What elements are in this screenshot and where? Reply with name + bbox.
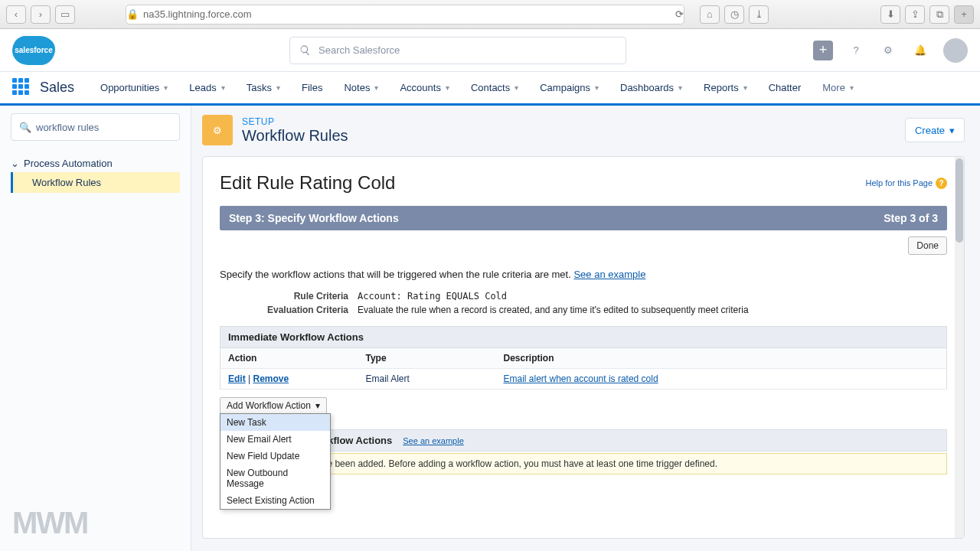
url-text: na35.lightning.force.com <box>143 8 252 20</box>
page-title: Edit Rule Rating Cold <box>220 172 395 194</box>
nav-reports[interactable]: Reports▾ <box>693 71 758 105</box>
rule-criteria-label: Rule Criteria <box>220 291 358 302</box>
nav-chatter[interactable]: Chatter <box>758 71 812 105</box>
edit-link[interactable]: Edit <box>228 373 246 384</box>
share-icon[interactable]: ⇪ <box>905 5 925 24</box>
lock-icon: 🔒 <box>126 8 139 20</box>
gear-icon[interactable]: ⚙ <box>879 41 897 60</box>
nav-tasks[interactable]: Tasks▾ <box>236 71 291 105</box>
address-bar[interactable]: 🔒 na35.lightning.force.com ⟳ <box>126 5 684 24</box>
actions-table: Action Type Description Edit | Remove Em… <box>220 348 947 390</box>
done-button[interactable]: Done <box>908 236 947 255</box>
app-name: Sales <box>40 80 74 96</box>
step-count: Step 3 of 3 <box>884 212 938 224</box>
new-tab-button[interactable]: + <box>954 5 974 24</box>
menu-select-existing-action[interactable]: Select Existing Action <box>220 492 330 509</box>
chevron-down-icon: ▾ <box>949 125 955 136</box>
menu-new-email-alert[interactable]: New Email Alert <box>220 431 330 448</box>
app-launcher-icon[interactable] <box>12 78 32 98</box>
chevron-down-icon: ▾ <box>514 83 518 92</box>
nav-opportunities[interactable]: Opportunities▾ <box>90 71 178 105</box>
watermark: MWM <box>12 506 87 540</box>
dropdown-menu: New Task New Email Alert New Field Updat… <box>220 413 331 510</box>
step-title: Step 3: Specify Workflow Actions <box>229 212 399 224</box>
nav-dashboards[interactable]: Dashboards▾ <box>609 71 693 105</box>
global-add-button[interactable]: + <box>813 41 833 60</box>
step-bar: Step 3: Specify Workflow Actions Step 3 … <box>220 206 947 230</box>
back-button[interactable]: ‹ <box>6 5 26 24</box>
avatar[interactable] <box>943 38 968 63</box>
remove-link[interactable]: Remove <box>253 373 289 384</box>
see-example-link-2[interactable]: See an example <box>403 436 464 445</box>
col-action: Action <box>220 348 358 369</box>
create-button[interactable]: Create ▾ <box>905 118 965 142</box>
history-icon[interactable]: ◷ <box>724 5 744 24</box>
tree-parent-process-automation[interactable]: ⌄ Process Automation <box>11 155 180 172</box>
evaluation-criteria-label: Evaluation Criteria <box>220 305 358 315</box>
chevron-down-icon: ▾ <box>221 83 225 92</box>
nav-files[interactable]: Files <box>291 71 333 105</box>
chevron-down-icon: ▾ <box>678 83 682 92</box>
browser-toolbar: ‹ › ▭ 🔒 na35.lightning.force.com ⟳ ⌂ ◷ ⤓… <box>0 0 980 29</box>
salesforce-logo: salesforce <box>12 36 55 65</box>
quick-find-value: workflow rules <box>36 122 99 133</box>
notifications-icon[interactable]: 🔔 <box>911 41 929 60</box>
row-description-link[interactable]: Email alert when account is rated cold <box>504 373 658 384</box>
nav-campaigns[interactable]: Campaigns▾ <box>529 71 609 105</box>
setup-title: Workflow Rules <box>242 127 348 145</box>
col-description: Description <box>496 348 947 369</box>
row-type: Email Alert <box>358 369 496 390</box>
downloads-tray-icon[interactable]: ⤓ <box>749 5 769 24</box>
quick-find-input[interactable]: 🔍 workflow rules <box>11 113 180 141</box>
search-icon <box>299 44 311 56</box>
app-nav: Sales Opportunities▾ Leads▾ Tasks▾ Files… <box>0 72 980 106</box>
content-panel: Edit Rule Rating Cold Help for this Page… <box>202 156 965 539</box>
nav-leads[interactable]: Leads▾ <box>178 71 235 105</box>
chevron-down-icon: ⌄ <box>11 158 19 169</box>
global-search[interactable]: Search Salesforce <box>289 37 626 64</box>
rule-criteria-value: Account: Rating EQUALS Cold <box>358 291 507 302</box>
reload-icon[interactable]: ⟳ <box>675 8 684 20</box>
tree-item-workflow-rules[interactable]: Workflow Rules <box>11 172 180 193</box>
setup-eyebrow: SETUP <box>242 116 348 127</box>
menu-new-field-update[interactable]: New Field Update <box>220 448 330 465</box>
nav-contacts[interactable]: Contacts▾ <box>460 71 529 105</box>
nav-notes[interactable]: Notes▾ <box>333 71 389 105</box>
menu-new-task[interactable]: New Task <box>220 414 330 431</box>
setup-sidebar: 🔍 workflow rules ⌄ Process Automation Wo… <box>0 106 191 551</box>
forward-button[interactable]: › <box>31 5 51 24</box>
tabs-icon[interactable]: ⧉ <box>929 5 949 24</box>
chevron-down-icon: ▾ <box>850 83 854 92</box>
nav-more[interactable]: More▾ <box>812 71 864 105</box>
search-placeholder: Search Salesforce <box>318 44 400 56</box>
menu-new-outbound-message[interactable]: New Outbound Message <box>220 465 330 492</box>
table-row: Edit | Remove Email Alert Email alert wh… <box>220 369 947 390</box>
add-workflow-action-dropdown[interactable]: Add Workflow Action ▾ New Task New Email… <box>220 397 327 414</box>
chevron-down-icon: ▾ <box>446 83 449 92</box>
chevron-down-icon: ▾ <box>276 83 280 92</box>
setup-page-header: ⚙ SETUP Workflow Rules Create ▾ <box>202 115 965 145</box>
home-icon[interactable]: ⌂ <box>700 5 720 24</box>
chevron-down-icon: ▾ <box>374 83 378 92</box>
gear-icon: ⚙ <box>202 115 233 145</box>
sidebar-toggle-button[interactable]: ▭ <box>55 5 75 24</box>
see-example-link[interactable]: See an example <box>573 269 645 280</box>
search-icon: 🔍 <box>19 122 31 133</box>
chevron-down-icon: ▾ <box>164 83 168 92</box>
chevron-down-icon: ▾ <box>315 400 320 411</box>
download-icon[interactable]: ⬇ <box>880 5 900 24</box>
scrollbar[interactable] <box>955 157 964 538</box>
help-link[interactable]: Help for this Page ? <box>866 178 947 189</box>
col-type: Type <box>358 348 496 369</box>
chevron-down-icon: ▾ <box>743 83 747 92</box>
evaluation-criteria-value: Evaluate the rule when a record is creat… <box>358 305 749 315</box>
nav-accounts[interactable]: Accounts▾ <box>389 71 459 105</box>
chevron-down-icon: ▾ <box>595 83 599 92</box>
help-icon: ? <box>936 178 947 189</box>
scrollbar-thumb[interactable] <box>956 158 963 243</box>
help-icon[interactable]: ? <box>847 41 865 60</box>
instruction-text: Specify the workflow actions that will b… <box>220 269 947 280</box>
salesforce-header: salesforce Search Salesforce + ? ⚙ 🔔 <box>0 29 980 72</box>
immediate-actions-header: Immediate Workflow Actions <box>220 326 947 348</box>
